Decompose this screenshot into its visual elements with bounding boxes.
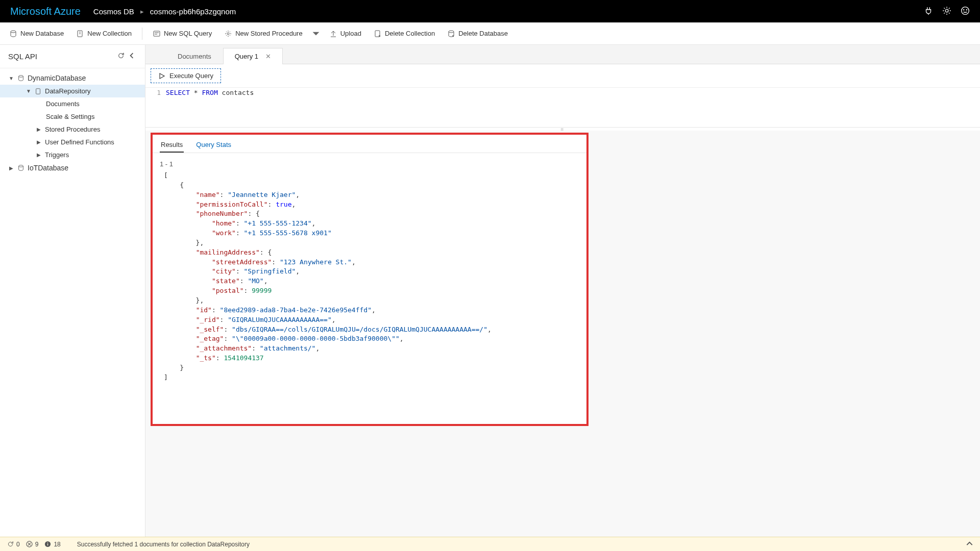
tree-db1-label: DynamicDatabase: [28, 74, 86, 82]
svg-point-10: [19, 76, 23, 78]
new-collection-button[interactable]: New Collection: [71, 27, 137, 41]
sql-editor[interactable]: 1 SELECT * FROM contacts: [145, 88, 980, 128]
svg-point-3: [966, 9, 967, 10]
tab-query-1[interactable]: Query 1 ✕: [223, 48, 283, 64]
close-tab-icon[interactable]: ✕: [265, 53, 271, 60]
editor-tabs: Documents Query 1 ✕: [145, 45, 980, 64]
tree-item-scale-settings[interactable]: Scale & Settings: [0, 110, 145, 123]
line-number: 1: [151, 89, 166, 96]
tree-item-documents[interactable]: Documents: [0, 97, 145, 110]
execute-query-button[interactable]: Execute Query: [151, 68, 221, 83]
breadcrumb-resource[interactable]: cosmos-pb6h6p3zgqnom: [150, 7, 236, 16]
content: Documents Query 1 ✕ Execute Query 1 SELE…: [145, 45, 980, 537]
new-stored-procedure-dropdown[interactable]: [310, 27, 322, 41]
new-stored-procedure-label: New Stored Procedure: [235, 30, 303, 37]
execute-query-label: Execute Query: [169, 72, 213, 80]
svg-point-1: [962, 7, 969, 14]
breadcrumb-sep: ▸: [140, 8, 144, 15]
new-collection-label: New Collection: [87, 30, 132, 37]
tree: ▼ DynamicDatabase ▼ DataRepository Docum…: [0, 68, 145, 178]
drag-handle[interactable]: ≡: [145, 128, 980, 131]
svg-point-0: [945, 9, 948, 12]
sidebar: SQL API ▼ DynamicDatabase ▼ DataReposito…: [0, 45, 145, 537]
status-sync[interactable]: 0: [7, 541, 20, 548]
json-results-view[interactable]: [ { "name": "Jeannette Kjaer", "permissi…: [153, 171, 586, 388]
brand-logo[interactable]: Microsoft Azure: [10, 6, 81, 17]
refresh-icon[interactable]: [115, 50, 127, 63]
chevron-down-icon[interactable]: ▼: [8, 76, 14, 81]
svg-point-7: [227, 33, 229, 35]
svg-rect-6: [154, 31, 160, 36]
plug-icon[interactable]: [924, 6, 933, 17]
tree-collection-datarepository[interactable]: ▼ DataRepository: [0, 85, 145, 97]
delete-collection-label: Delete Collection: [385, 30, 435, 37]
new-database-label: New Database: [20, 30, 64, 37]
svg-rect-15: [47, 544, 48, 546]
status-message: Successfully fetched 1 documents for col…: [77, 541, 250, 548]
svg-point-9: [449, 31, 454, 33]
tree-item-triggers[interactable]: ▶Triggers: [0, 148, 145, 161]
tree-item-udfs[interactable]: ▶User Defined Functions: [0, 136, 145, 148]
results-panel-highlighted: Results Query Stats 1 - 1 [ { "name": "J…: [151, 133, 589, 426]
sidebar-title: SQL API: [8, 52, 115, 61]
toolbar-separator: [142, 28, 142, 40]
chevron-down-icon[interactable]: ▼: [26, 88, 32, 94]
tree-database-dynamic[interactable]: ▼ DynamicDatabase: [0, 71, 145, 85]
chevron-right-icon[interactable]: ▶: [8, 165, 14, 171]
svg-rect-11: [36, 88, 40, 94]
delete-database-label: Delete Database: [458, 30, 508, 37]
chevron-right-icon[interactable]: ▶: [36, 139, 42, 145]
collapse-icon[interactable]: [127, 51, 137, 62]
tree-item-stored-procedures[interactable]: ▶Stored Procedures: [0, 123, 145, 136]
status-bar: 0 9 18 Successfully fetched 1 documents …: [0, 537, 980, 551]
delete-database-button[interactable]: Delete Database: [442, 27, 513, 41]
result-count: 1 - 1: [153, 153, 586, 171]
breadcrumb-root[interactable]: Cosmos DB: [93, 7, 134, 16]
new-stored-procedure-button[interactable]: New Stored Procedure: [219, 27, 308, 41]
delete-collection-button[interactable]: Delete Collection: [369, 27, 440, 41]
tree-db2-label: IoTDatabase: [28, 164, 68, 172]
topbar: Microsoft Azure Cosmos DB ▸ cosmos-pb6h6…: [0, 0, 980, 22]
upload-button[interactable]: Upload: [324, 27, 366, 41]
svg-point-2: [964, 9, 964, 10]
query-stats-tab[interactable]: Query Stats: [195, 138, 232, 153]
svg-point-4: [11, 31, 16, 33]
upload-label: Upload: [340, 30, 361, 37]
tree-database-iot[interactable]: ▶ IoTDatabase: [0, 161, 145, 174]
new-sql-query-label: New SQL Query: [164, 30, 212, 37]
status-expand-icon[interactable]: [966, 540, 973, 548]
status-info[interactable]: 18: [44, 541, 60, 548]
toolbar: New Database New Collection New SQL Quer…: [0, 22, 980, 45]
new-sql-query-button[interactable]: New SQL Query: [148, 27, 217, 41]
tree-coll1-label: DataRepository: [45, 87, 91, 95]
tab-documents[interactable]: Documents: [166, 48, 223, 64]
smile-icon[interactable]: [961, 6, 970, 17]
svg-rect-16: [47, 542, 48, 543]
chevron-right-icon[interactable]: ▶: [36, 127, 42, 132]
gear-icon[interactable]: [942, 6, 951, 17]
status-errors[interactable]: 9: [26, 541, 39, 548]
svg-point-12: [19, 165, 23, 167]
results-tab[interactable]: Results: [160, 138, 184, 153]
new-database-button[interactable]: New Database: [4, 27, 69, 41]
chevron-right-icon[interactable]: ▶: [36, 152, 42, 158]
